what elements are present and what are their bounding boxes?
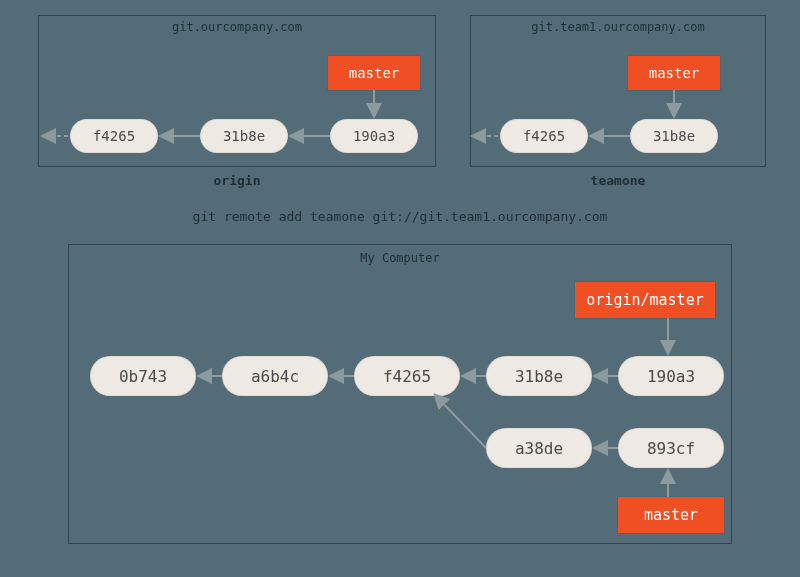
commit-node: 0b743: [90, 356, 196, 396]
teamone-master-tag-label: master: [649, 65, 700, 81]
commit-hash: 31b8e: [223, 128, 265, 144]
commit-hash: 0b743: [119, 367, 167, 386]
commit-hash: f4265: [523, 128, 565, 144]
commit-hash: 31b8e: [515, 367, 563, 386]
local-label: My Computer: [69, 245, 731, 265]
local-master-tag: master: [618, 497, 724, 533]
commit-node: f4265: [70, 119, 158, 153]
commit-hash: f4265: [383, 367, 431, 386]
commit-node: 31b8e: [630, 119, 718, 153]
commit-node: 31b8e: [200, 119, 288, 153]
origin-host-label: git.ourcompany.com: [39, 20, 435, 34]
teamone-caption: teamone: [471, 173, 765, 188]
local-master-label: master: [644, 506, 698, 524]
commit-hash: 893cf: [647, 439, 695, 458]
origin-caption: origin: [39, 173, 435, 188]
commit-hash: a38de: [515, 439, 563, 458]
origin-master-tracking-tag: origin/master: [575, 282, 715, 318]
teamone-master-tag: master: [628, 56, 720, 90]
commit-node: a6b4c: [222, 356, 328, 396]
commit-node: f4265: [500, 119, 588, 153]
commit-node: a38de: [486, 428, 592, 468]
commit-node: f4265: [354, 356, 460, 396]
origin-master-tag-label: master: [349, 65, 400, 81]
commit-node: 893cf: [618, 428, 724, 468]
origin-master-tag: master: [328, 56, 420, 90]
commit-hash: a6b4c: [251, 367, 299, 386]
commit-hash: f4265: [93, 128, 135, 144]
commit-hash: 31b8e: [653, 128, 695, 144]
git-command: git remote add teamone git://git.team1.o…: [0, 209, 800, 224]
origin-master-tracking-label: origin/master: [586, 291, 703, 309]
commit-hash: 190a3: [353, 128, 395, 144]
teamone-host-label: git.team1.ourcompany.com: [471, 20, 765, 34]
commit-node: 190a3: [330, 119, 418, 153]
commit-node: 190a3: [618, 356, 724, 396]
commit-hash: 190a3: [647, 367, 695, 386]
commit-node: 31b8e: [486, 356, 592, 396]
